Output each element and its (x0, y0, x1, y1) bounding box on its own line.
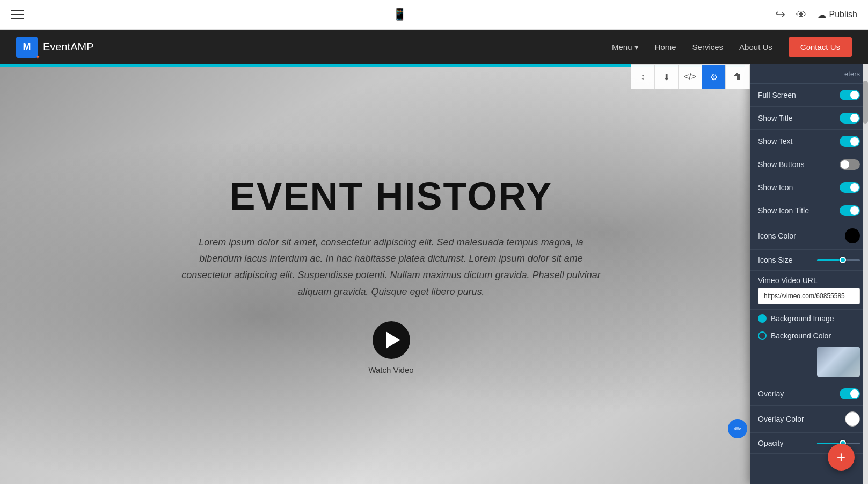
bg-image-label: Background Image (771, 314, 834, 323)
pencil-icon: ✏ (734, 424, 741, 434)
upload-cloud-icon: ☁ (818, 10, 826, 20)
thumbnail-image (817, 347, 860, 377)
scrollbar-thumb (863, 81, 868, 124)
icons-size-label: Icons Size (758, 256, 793, 264)
nav-services[interactable]: Services (692, 42, 724, 52)
icons-color-label: Icons Color (758, 232, 796, 240)
icons-color-picker[interactable] (845, 228, 860, 243)
top-toolbar: 📱 ↩ 👁 ☁ Publish (0, 0, 868, 30)
right-scrollbar[interactable] (863, 64, 868, 484)
show-icon-title-toggle[interactable] (840, 205, 860, 216)
fullscreen-toggle[interactable] (840, 90, 860, 100)
publish-label: Publish (829, 10, 857, 19)
settings-gear-btn[interactable]: ⚙ (702, 65, 726, 89)
nav-cta-label: Contact Us (800, 42, 840, 52)
settings-panel: eters Full Screen Show Title Show Text (750, 64, 868, 484)
fullscreen-label: Full Screen (758, 91, 796, 99)
phone-device-icon[interactable]: 📱 (392, 8, 407, 21)
toolbar-left (11, 10, 24, 19)
show-icon-label: Show Icon (758, 183, 793, 192)
opacity-label: Opacity (758, 439, 783, 447)
show-icon-toggle[interactable] (840, 182, 860, 193)
thumbnail-section (750, 344, 868, 382)
hero-content: EVENT HISTORY Lorem ipsum dolor sit amet… (177, 174, 606, 374)
logo-letter: M (23, 41, 31, 53)
float-add-button[interactable]: + (828, 444, 855, 471)
plus-icon: + (837, 449, 845, 466)
nav-contact-us-button[interactable]: Contact Us (789, 37, 852, 57)
watch-video-label: Watch Video (368, 365, 413, 374)
bg-image-radio-dot (758, 314, 767, 323)
hamburger-menu-icon[interactable] (11, 10, 24, 19)
settings-row-overlay-color: Overlay Color (750, 406, 868, 433)
toolbar-right: ↩ 👁 ☁ Publish (776, 8, 857, 21)
settings-row-show-title: Show Title (750, 107, 868, 130)
preview-eye-icon[interactable]: 👁 (796, 9, 807, 21)
bg-image-radio[interactable]: Background Image (750, 310, 868, 327)
panel-header: eters (750, 64, 868, 84)
icons-size-slider[interactable] (817, 259, 860, 261)
bg-color-label: Background Color (771, 331, 831, 340)
vimeo-url-label: Vimeo Video URL (758, 276, 860, 285)
overlay-label: Overlay (758, 389, 784, 398)
icons-size-slider-wrap (793, 259, 860, 261)
settings-row-show-buttons: Show Buttons (750, 153, 868, 176)
dropdown-arrow-icon: ▾ (634, 42, 639, 52)
icons-size-thumb (840, 257, 846, 263)
show-buttons-toggle[interactable] (840, 159, 860, 170)
nav-home[interactable]: Home (655, 42, 676, 52)
code-icon-btn[interactable]: </> (679, 65, 702, 89)
settings-row-show-icon: Show Icon (750, 176, 868, 199)
download-icon-btn[interactable]: ⬇ (655, 65, 679, 89)
hero-title: EVENT HISTORY (177, 174, 606, 218)
play-circle[interactable] (373, 321, 410, 359)
vimeo-url-input[interactable] (758, 288, 860, 304)
show-title-toggle[interactable] (840, 113, 860, 124)
settings-row-show-icon-title: Show Icon Title (750, 199, 868, 222)
delete-trash-btn[interactable]: 🗑 (726, 65, 749, 89)
show-buttons-label: Show Buttons (758, 160, 804, 169)
toolbar-center: 📱 (392, 8, 407, 21)
panel-tab-label[interactable]: eters (844, 70, 860, 78)
settings-row-show-text: Show Text (750, 130, 868, 153)
publish-button[interactable]: ☁ Publish (818, 10, 857, 20)
overlay-color-picker[interactable] (845, 411, 860, 427)
video-play-button[interactable]: Watch Video (177, 321, 606, 374)
bg-color-radio-dot (758, 331, 767, 340)
site-name: EventAMP (43, 41, 93, 53)
main-area: EVENT HISTORY Lorem ipsum dolor sit amet… (0, 64, 868, 484)
settings-row-overlay: Overlay (750, 382, 868, 406)
logo-icon: M (16, 37, 38, 58)
settings-row-fullscreen: Full Screen (750, 84, 868, 107)
site-navbar: M EventAMP Menu ▾ Home Services About Us… (0, 30, 868, 64)
vimeo-url-section: Vimeo Video URL (750, 271, 868, 310)
undo-icon[interactable]: ↩ (776, 8, 785, 21)
nav-menu-dropdown[interactable]: Menu ▾ (612, 42, 639, 52)
overlay-color-label: Overlay Color (758, 415, 804, 423)
element-toolbar: ↕ ⬇ </> ⚙ 🗑 (631, 64, 750, 89)
show-text-toggle[interactable] (840, 136, 860, 147)
bg-color-radio[interactable]: Background Color (750, 327, 868, 344)
play-triangle-icon (386, 331, 400, 349)
bg-image-thumbnail[interactable] (817, 347, 860, 377)
nav-menu-label: Menu (612, 42, 632, 52)
sort-icon-btn[interactable]: ↕ (631, 65, 655, 89)
hero-body-text: Lorem ipsum dolor sit amet, consectetur … (177, 234, 606, 300)
site-logo: M EventAMP (16, 37, 93, 58)
nav-about-us[interactable]: About Us (739, 42, 772, 52)
overlay-toggle[interactable] (840, 388, 860, 399)
settings-row-icons-color: Icons Color (750, 222, 868, 250)
site-nav: Menu ▾ Home Services About Us Contact Us (612, 37, 852, 57)
show-icon-title-label: Show Icon Title (758, 206, 809, 215)
settings-row-icons-size: Icons Size (750, 250, 868, 271)
float-edit-button[interactable]: ✏ (728, 419, 747, 438)
show-title-label: Show Title (758, 114, 793, 122)
show-text-label: Show Text (758, 137, 792, 146)
opacity-slider-wrap (783, 443, 860, 444)
